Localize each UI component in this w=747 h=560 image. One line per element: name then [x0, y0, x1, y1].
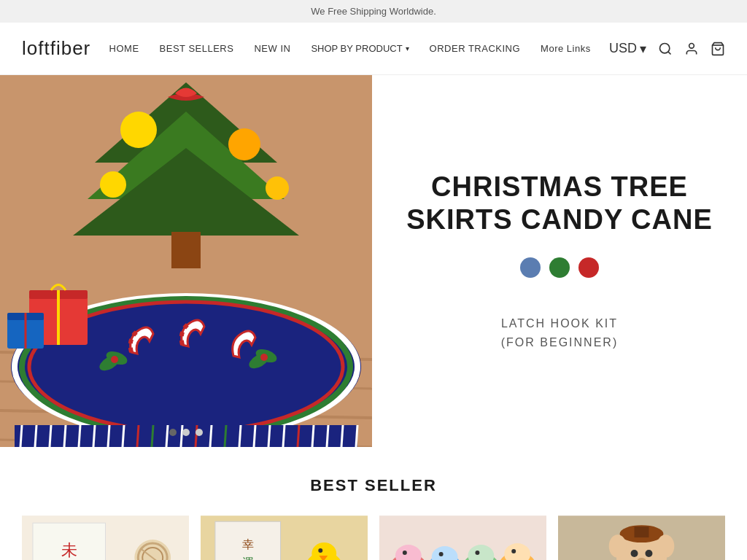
swatch-green[interactable] [549, 257, 570, 278]
product-card-3[interactable] [379, 516, 546, 560]
nav-best-sellers[interactable]: BEST SELLERS [160, 43, 234, 54]
svg-line-41 [123, 425, 124, 447]
svg-text:未: 未 [61, 541, 77, 559]
svg-line-53 [298, 425, 299, 447]
svg-point-2 [689, 43, 694, 48]
svg-line-1 [668, 51, 671, 54]
svg-point-85 [511, 549, 516, 553]
svg-line-37 [64, 425, 66, 447]
nav-home[interactable]: HOME [109, 43, 139, 54]
svg-line-48 [225, 425, 226, 447]
svg-line-39 [93, 425, 95, 447]
svg-line-56 [341, 425, 343, 447]
main-nav: HOME BEST SELLERS NEW IN SHOP BY PRODUCT… [90, 43, 609, 54]
svg-line-47 [210, 425, 212, 447]
product-image-2: 幸 運 [201, 516, 368, 560]
svg-point-98 [657, 534, 674, 558]
product-image-1: 未 来 [22, 516, 189, 560]
svg-text:運: 運 [242, 556, 254, 560]
svg-rect-93 [635, 526, 649, 537]
svg-point-15 [100, 171, 126, 198]
header-icons: USD ▾ [609, 41, 725, 57]
svg-text:幸: 幸 [242, 538, 254, 551]
hero-section: CHRISTMAS TREE SKIRTS CANDY CANE LATCH H… [0, 75, 747, 447]
svg-line-49 [239, 425, 241, 447]
hero-title: CHRISTMAS TREE SKIRTS CANDY CANE [401, 171, 718, 237]
svg-point-23 [111, 356, 118, 363]
product-card-4[interactable] [558, 516, 725, 560]
nav-shop-by-product[interactable]: SHOP BY PRODUCT ▾ [311, 43, 409, 54]
svg-line-55 [327, 425, 328, 447]
product-image-4 [558, 516, 725, 560]
currency-selector[interactable]: USD ▾ [609, 41, 646, 57]
cart-icon[interactable] [711, 42, 725, 56]
svg-line-57 [356, 425, 357, 447]
svg-line-40 [108, 425, 109, 447]
svg-point-13 [120, 112, 157, 148]
banner-text: We Free Shipping Worldwide. [311, 6, 436, 17]
svg-point-76 [403, 551, 407, 555]
svg-line-36 [50, 425, 51, 447]
product-grid: 未 来 幸 運 [22, 516, 725, 560]
svg-point-94 [631, 550, 638, 557]
currency-label: USD [609, 41, 637, 56]
svg-point-95 [645, 550, 652, 557]
hero-text-area: CHRISTMAS TREE SKIRTS CANDY CANE LATCH H… [372, 75, 747, 447]
header: loftfiber HOME BEST SELLERS NEW IN SHOP … [0, 23, 747, 75]
svg-line-42 [137, 425, 139, 447]
search-icon[interactable] [658, 42, 673, 56]
svg-line-44 [166, 425, 168, 447]
product-card-2[interactable]: 幸 運 [201, 516, 368, 560]
svg-line-35 [35, 425, 36, 447]
color-swatches [520, 257, 599, 278]
chevron-down-icon: ▾ [406, 44, 409, 52]
svg-point-26 [260, 354, 268, 361]
carousel-dot-1[interactable] [169, 429, 177, 436]
swatch-red[interactable] [578, 257, 599, 278]
svg-line-50 [254, 425, 255, 447]
swatch-blue[interactable] [520, 257, 541, 278]
svg-point-79 [439, 552, 444, 556]
top-banner: We Free Shipping Worldwide. [0, 0, 747, 23]
svg-line-51 [268, 425, 270, 447]
svg-line-38 [79, 425, 80, 447]
product-card-1[interactable]: 未 来 [22, 516, 189, 560]
account-icon[interactable] [684, 42, 699, 56]
hero-subtitle: LATCH HOOK KIT (FOR BEGINNER) [501, 314, 618, 351]
svg-rect-12 [171, 232, 201, 268]
svg-line-54 [312, 425, 314, 447]
product-image-3 [379, 516, 546, 560]
svg-line-34 [20, 425, 22, 447]
nav-new-in[interactable]: NEW IN [254, 43, 290, 54]
carousel-dots [169, 429, 203, 436]
svg-point-14 [228, 128, 260, 160]
best-seller-title: BEST SELLER [22, 476, 725, 495]
nav-more-links[interactable]: More Links [541, 43, 591, 54]
currency-chevron-icon: ▾ [640, 41, 646, 57]
svg-point-82 [475, 551, 479, 555]
logo[interactable]: loftfiber [22, 37, 90, 60]
hero-image [0, 75, 372, 447]
svg-point-72 [318, 548, 322, 553]
carousel-dot-2[interactable] [182, 429, 190, 436]
nav-order-tracking[interactable]: ORDER TRACKING [430, 43, 521, 54]
svg-line-43 [152, 425, 153, 447]
svg-point-0 [660, 43, 670, 52]
svg-point-16 [266, 176, 289, 200]
best-seller-section: BEST SELLER 未 来 幸 運 [0, 447, 747, 560]
carousel-dot-3[interactable] [196, 429, 203, 436]
svg-line-52 [283, 425, 285, 447]
hero-image-container [0, 75, 372, 447]
svg-point-97 [609, 534, 627, 558]
